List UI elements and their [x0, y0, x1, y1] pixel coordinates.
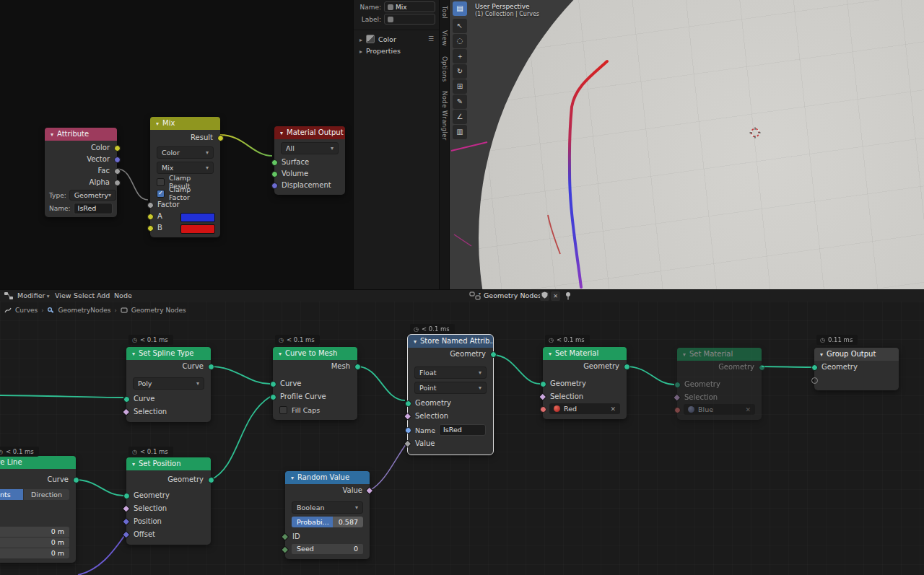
node-label-field[interactable] — [384, 14, 435, 25]
material-output-header[interactable]: Material Output — [274, 126, 345, 139]
output-target-dropdown[interactable]: All — [281, 142, 339, 154]
node-tree-name[interactable]: Geometry Nodes — [484, 290, 541, 302]
node-header[interactable]: Set Material — [677, 348, 762, 361]
mix-data-type-dropdown[interactable]: Color — [157, 146, 214, 159]
material-output-node[interactable]: Material Output All Surface Volume Displ… — [274, 126, 345, 195]
geometry-input-socket[interactable] — [811, 364, 818, 371]
tab-tool[interactable]: Tool — [441, 6, 448, 19]
shader-editor[interactable]: Attribute Color Vector Fac Alpha Type: G… — [0, 0, 353, 289]
node-tree-icon[interactable]: ▾ — [469, 291, 481, 302]
tab-options[interactable]: Options — [441, 56, 448, 82]
node-mode-dropdown[interactable]: Modifier — [17, 290, 50, 302]
spline-type-dropdown[interactable]: Poly — [133, 377, 204, 390]
menu-select[interactable]: Select — [74, 290, 95, 302]
attribute-name-field[interactable]: IsRed — [439, 424, 486, 436]
selection-input-socket[interactable] — [404, 413, 412, 421]
fac-output-socket[interactable] — [114, 168, 121, 175]
cursor-tool-button[interactable] — [453, 34, 467, 48]
vector-output-socket[interactable] — [114, 157, 121, 163]
node-header[interactable]: Group Output — [814, 348, 899, 361]
clamp-factor-checkbox[interactable] — [157, 190, 165, 198]
geometry-output-socket[interactable] — [490, 351, 497, 358]
tab-node-wrangler[interactable]: Node Wrangler — [441, 91, 448, 141]
attribute-node-header[interactable]: Attribute — [45, 128, 117, 141]
collapse-icon[interactable] — [414, 335, 417, 348]
collapse-icon[interactable] — [549, 348, 552, 360]
geometry-output-socket[interactable] — [208, 477, 214, 483]
set-material-red-node[interactable]: Set Material Geometry Geometry Selection… — [543, 347, 627, 419]
annotate-tool-button[interactable] — [453, 95, 467, 109]
list-icon[interactable] — [428, 35, 434, 43]
attribute-node[interactable]: Attribute Color Vector Fac Alpha Type: G… — [45, 128, 117, 217]
node-header[interactable]: Set Position — [126, 457, 211, 470]
measure-tool-button[interactable] — [453, 110, 467, 124]
geometry-input-socket[interactable] — [540, 381, 546, 387]
material-input-socket[interactable] — [540, 406, 546, 413]
node-header[interactable]: Curve Line — [0, 456, 76, 469]
editor-type-button[interactable] — [453, 1, 467, 16]
material-field[interactable]: Red — [549, 403, 620, 414]
value-output-socket[interactable] — [366, 487, 374, 495]
id-input-socket[interactable] — [282, 533, 289, 541]
selection-input-socket[interactable] — [123, 505, 131, 513]
collapse-icon[interactable] — [291, 472, 294, 484]
probability-slider[interactable]: Probabi... 0.587 — [292, 517, 363, 527]
data-type-dropdown[interactable]: Boolean — [292, 501, 363, 514]
seed-input-socket[interactable] — [282, 546, 289, 554]
profile-curve-input-socket[interactable] — [270, 394, 276, 400]
curve-output-socket[interactable] — [208, 364, 214, 370]
unlink-button[interactable]: ✕ — [551, 291, 560, 301]
mesh-output-socket[interactable] — [354, 364, 361, 370]
node-name-field[interactable]: Mix — [384, 1, 435, 12]
attribute-type-dropdown[interactable]: Geometry — [69, 190, 116, 201]
remove-material-icon[interactable] — [610, 405, 616, 413]
pin-icon[interactable] — [565, 291, 572, 302]
result-output-socket[interactable] — [217, 135, 224, 141]
geometry-input-socket[interactable] — [405, 400, 411, 407]
surface-input-socket[interactable] — [271, 159, 278, 166]
mix-node-header[interactable]: Mix — [150, 117, 220, 130]
collapse-icon[interactable] — [132, 458, 135, 470]
node-header[interactable]: Set Material — [543, 347, 627, 360]
geometry-input-socket[interactable] — [674, 382, 681, 388]
random-value-node[interactable]: Random Value Value Boolean Probabi... 0.… — [285, 471, 370, 559]
editor-type-icon[interactable] — [4, 291, 14, 302]
set-position-node[interactable]: Set Position Geometry Geometry Selection… — [126, 457, 211, 545]
set-material-blue-node[interactable]: Set Material Geometry Geometry Selection… — [677, 348, 762, 420]
a-input-socket[interactable] — [147, 214, 154, 220]
collapse-icon[interactable] — [132, 348, 135, 360]
curve-input-socket[interactable] — [270, 381, 276, 387]
end-y-field[interactable]: Y0 m — [0, 537, 69, 548]
curve-output-socket[interactable] — [73, 477, 79, 483]
selection-input-socket[interactable] — [674, 394, 681, 402]
selection-input-socket[interactable] — [539, 393, 547, 401]
domain-dropdown[interactable]: Point — [414, 382, 487, 394]
properties-section-header[interactable]: Properties — [354, 45, 440, 56]
collapse-icon[interactable] — [279, 348, 282, 360]
set-spline-type-node[interactable]: Set Spline Type Curve Poly Curve Selecti… — [126, 347, 211, 422]
mix-blend-dropdown[interactable]: Mix — [157, 162, 214, 174]
geometry-node-editor[interactable]: Curves GeometryNodes Geometry Nodes — [0, 302, 924, 575]
menu-node[interactable]: Node — [114, 290, 132, 302]
collapse-icon[interactable] — [51, 128, 53, 141]
mix-node[interactable]: Mix Result Color Mix Clamp Result Clamp … — [150, 117, 220, 237]
color-a-swatch[interactable] — [180, 213, 215, 222]
points-mode-button[interactable]: Points — [0, 489, 23, 500]
collapse-icon[interactable] — [156, 118, 159, 130]
material-field[interactable]: Blue — [684, 404, 755, 415]
data-type-dropdown[interactable]: Float — [414, 366, 487, 379]
end-z-field[interactable]: Z0 m — [0, 548, 69, 558]
virtual-input-socket[interactable] — [811, 377, 818, 384]
node-header[interactable]: Curve to Mesh — [273, 347, 357, 360]
volume-input-socket[interactable] — [271, 171, 278, 177]
fake-user-button[interactable] — [540, 291, 549, 301]
curve-line-node[interactable]: Curve Line Curve Points Direction Start … — [0, 456, 76, 563]
node-header[interactable]: Set Spline Type — [126, 347, 211, 360]
color-output-socket[interactable] — [114, 145, 121, 152]
tab-view[interactable]: View — [441, 30, 448, 46]
position-input-socket[interactable] — [123, 518, 131, 526]
end-x-field[interactable]: X0 m — [0, 527, 69, 537]
b-input-socket[interactable] — [147, 225, 154, 232]
collapse-icon[interactable] — [820, 348, 823, 361]
node-header[interactable]: Store Named Attrib... — [408, 335, 493, 348]
